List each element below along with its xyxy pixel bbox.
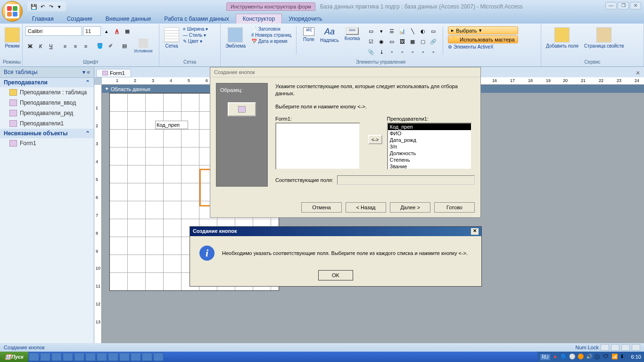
move-fields-button[interactable]: <->: [368, 135, 382, 144]
view-datasheet-button[interactable]: [611, 344, 619, 351]
nav-item-form-edit[interactable]: Преподаватели_ред: [0, 108, 94, 118]
tray-icon[interactable]: ⚪: [569, 354, 576, 360]
nav-item-form-input[interactable]: Преподаватели_ввод: [0, 98, 94, 108]
control-toggle-icon[interactable]: ◐: [418, 26, 428, 36]
taskbar-clock[interactable]: 6:10: [631, 354, 641, 360]
list-item[interactable]: ФИО: [388, 130, 471, 137]
button-control[interactable]: xxxxКнопка: [343, 26, 362, 42]
select-button[interactable]: ▸ Выбрать ▾: [448, 26, 518, 34]
tray-icon[interactable]: 🔊: [586, 354, 593, 360]
control-option-icon[interactable]: ◉: [377, 37, 386, 46]
tab-home[interactable]: Главная: [25, 14, 60, 24]
font-color-icon[interactable]: A: [112, 26, 122, 36]
activex-button[interactable]: ⚙ Элементы ActiveX: [448, 44, 518, 49]
control-tab-icon[interactable]: ▭: [387, 37, 396, 46]
tab-dbtools[interactable]: Работа с базами данных: [157, 14, 235, 24]
date-time-button[interactable]: 📅 Дата и время: [251, 39, 291, 44]
grid-button[interactable]: Сетка: [162, 26, 181, 49]
control-more4-icon[interactable]: ▫: [418, 47, 428, 57]
alert-titlebar[interactable]: Создание кнопок ✕: [190, 227, 481, 236]
grid-width-button[interactable]: ≡ Ширина ▾: [183, 26, 208, 32]
control-subform-icon[interactable]: ▦: [408, 37, 417, 46]
task-item[interactable]: [131, 353, 141, 361]
underline-icon[interactable]: Ч: [46, 41, 56, 51]
doc-tab-form1[interactable]: Form1: [96, 69, 131, 77]
language-indicator[interactable]: RU: [540, 354, 550, 360]
nav-group-unrelated[interactable]: Несвязанные объекты⌃: [0, 129, 94, 138]
task-item[interactable]: [51, 353, 62, 361]
control-more3-icon[interactable]: ▫: [408, 47, 417, 57]
task-item[interactable]: [40, 353, 50, 361]
gridlines-icon[interactable]: ▦: [123, 26, 132, 36]
form-label-kod-prep[interactable]: Код_преп: [155, 121, 188, 129]
label-button[interactable]: AaНадпись: [318, 26, 341, 44]
grid-style-button[interactable]: — Стиль ▾: [183, 33, 208, 38]
tab-create[interactable]: Создание: [60, 14, 99, 24]
control-chart-icon[interactable]: 📊: [397, 26, 407, 36]
emblem-button[interactable]: Эмблема: [223, 26, 248, 49]
italic-icon[interactable]: К: [36, 41, 45, 51]
undo-icon[interactable]: ↶: [39, 3, 46, 10]
nav-group-teachers[interactable]: Преподаватели⌃: [0, 78, 94, 87]
property-sheet-button[interactable]: Страница свойств: [582, 26, 626, 49]
view-form-button[interactable]: [601, 344, 609, 351]
font-name-combo[interactable]: [25, 26, 82, 36]
start-button[interactable]: 🪟 Пуск: [0, 352, 28, 362]
control-list-icon[interactable]: ☰: [387, 26, 396, 36]
task-item[interactable]: [63, 353, 73, 361]
task-item[interactable]: [119, 353, 130, 361]
conditional-format-button[interactable]: Условное: [132, 38, 155, 55]
align-left-icon[interactable]: ≡: [60, 41, 70, 51]
wizard-cancel-button[interactable]: Отмена: [301, 202, 342, 213]
form1-fields-listbox[interactable]: [275, 123, 360, 170]
control-checkbox-icon[interactable]: ☑: [366, 37, 376, 46]
control-attachment-icon[interactable]: 📎: [366, 47, 376, 57]
task-item[interactable]: [29, 353, 39, 361]
task-item[interactable]: [74, 353, 84, 361]
alert-close-button[interactable]: ✕: [471, 228, 479, 235]
task-item[interactable]: [97, 353, 107, 361]
nav-item-table[interactable]: Преподаватели : таблица: [0, 87, 94, 98]
control-hyperlink-icon[interactable]: 🔗: [429, 37, 438, 46]
tray-icon[interactable]: 📶: [611, 354, 618, 360]
tray-icon[interactable]: 🛡: [603, 354, 610, 360]
tray-icon[interactable]: ⓘ: [594, 354, 601, 360]
save-icon[interactable]: 💾: [30, 3, 38, 10]
control-textbox-icon[interactable]: ▭: [366, 26, 376, 36]
fill-color-icon[interactable]: 🪣: [95, 41, 105, 51]
doc-close-button[interactable]: ✕: [632, 69, 644, 77]
control-more5-icon[interactable]: ▫: [429, 47, 438, 57]
tab-arrange[interactable]: Упорядочить: [282, 14, 329, 24]
nav-item-form-teachers1[interactable]: Преподаватели1: [0, 118, 94, 129]
use-wizards-button[interactable]: ✨ Использовать мастера: [448, 35, 518, 43]
tab-constructor[interactable]: Конструктор: [236, 14, 282, 24]
header-button[interactable]: 📄 Заголовок: [251, 26, 291, 32]
nav-pane-header[interactable]: Все таблицы▾ «: [0, 67, 94, 78]
grow-font-icon[interactable]: ▴: [102, 26, 111, 36]
qat-dropdown-icon[interactable]: ▾: [56, 3, 63, 10]
task-item[interactable]: [108, 353, 118, 361]
list-item[interactable]: Должность: [388, 150, 471, 156]
control-combo-icon[interactable]: ▾: [377, 26, 386, 36]
align-right-icon[interactable]: ≡: [81, 41, 91, 51]
list-item[interactable]: Дата_рожд: [388, 137, 471, 143]
view-mode-button[interactable]: Режим: [3, 26, 22, 49]
wizard-next-button[interactable]: Далее >: [390, 202, 430, 213]
control-more1-icon[interactable]: ▫: [387, 47, 396, 57]
office-button[interactable]: [2, 1, 23, 22]
task-item[interactable]: [142, 353, 152, 361]
grid-color-button[interactable]: ✎ Цвет ▾: [183, 39, 208, 44]
view-design-button[interactable]: [632, 344, 640, 351]
wizard-back-button[interactable]: < Назад: [346, 202, 386, 213]
control-image-icon[interactable]: 🖼: [397, 37, 407, 46]
font-size-combo[interactable]: [83, 26, 101, 36]
control-rect-icon[interactable]: ▢: [418, 37, 428, 46]
field-button[interactable]: ab|Поле: [301, 26, 316, 43]
nav-item-form1[interactable]: Form1: [0, 138, 94, 148]
control-line-icon[interactable]: ╲: [408, 26, 417, 36]
list-item[interactable]: Звание: [388, 163, 471, 170]
list-item[interactable]: Степень: [388, 156, 471, 163]
wizard-finish-button[interactable]: Готово: [434, 202, 475, 213]
close-button[interactable]: ✕: [630, 2, 641, 9]
restore-button[interactable]: ❐: [618, 2, 629, 9]
